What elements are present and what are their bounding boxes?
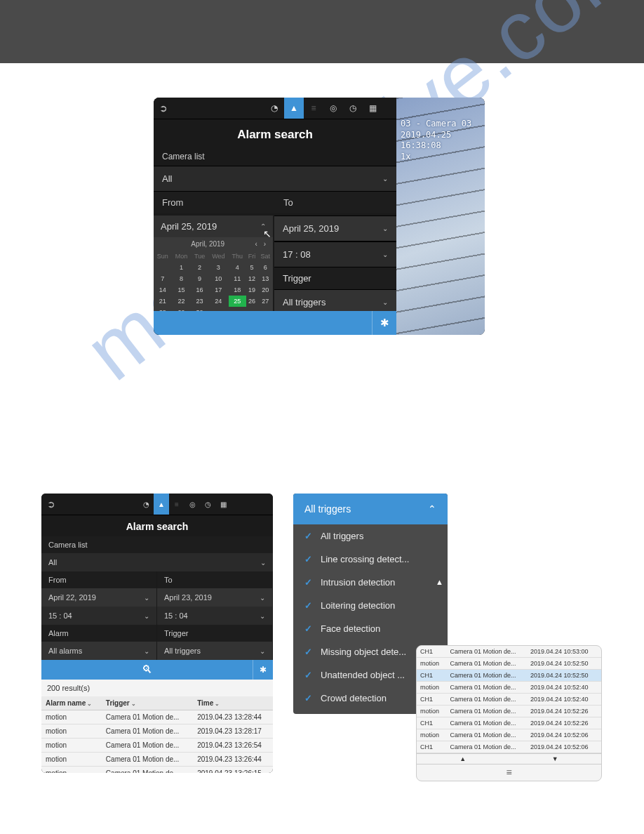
page-prev-icon[interactable]: ▲ (459, 755, 466, 762)
users-icon[interactable]: ≡ (304, 98, 323, 119)
table-cell: 2019.04.24 10:52:26 (527, 706, 601, 717)
calendar-day[interactable]: 23 (191, 296, 208, 307)
calendar-day[interactable]: 7 (154, 273, 172, 284)
camera-list-dropdown[interactable]: All ⌄ (154, 166, 396, 192)
search-button[interactable]: 🔍︎ (41, 660, 253, 680)
feed-time: 16:38:08 (401, 140, 471, 152)
bell-icon[interactable]: ▲ (284, 98, 304, 119)
table-row[interactable]: motionCamera 01 Motion de...2019.04.23 1… (41, 710, 273, 724)
from-label: From (41, 571, 157, 588)
calendar-day[interactable]: 21 (154, 296, 172, 307)
table-row[interactable]: CH1Camera 01 Motion de...2019.04.24 10:5… (417, 694, 601, 706)
settings-button[interactable]: ✱ (253, 660, 273, 680)
calendar-day[interactable]: 5 (246, 262, 258, 273)
table-row[interactable]: motionCamera 01 Motion de...2019.04.23 1… (41, 724, 273, 739)
users-icon[interactable]: ≡ (169, 494, 185, 515)
trigger-option[interactable]: ✓Line crossing detect... (293, 548, 448, 571)
to-date-dropdown[interactable]: April 25, 2019 ⌄ (274, 216, 396, 241)
from-time-dropdown[interactable]: 15 : 04⌄ (41, 607, 157, 625)
col-trigger[interactable]: Trigger⌄ (102, 696, 193, 710)
trigger-dropdown[interactable]: All triggers⌄ (157, 642, 273, 660)
calendar-day[interactable]: 20 (257, 284, 273, 296)
calendar-day[interactable] (154, 262, 172, 273)
search-target-icon[interactable]: ◎ (185, 494, 200, 515)
camera-list-label: Camera list (41, 536, 273, 553)
scroll-up-icon[interactable]: ▲ (436, 578, 443, 586)
calendar-day[interactable]: 3 (208, 262, 229, 273)
to-time-dropdown[interactable]: 17 : 08 ⌄ (274, 241, 396, 267)
calendar-day[interactable]: 22 (172, 296, 192, 307)
table-row[interactable]: CH1Camera 01 Motion de...2019.04.24 10:5… (417, 717, 601, 729)
calendar-day[interactable]: 12 (246, 273, 258, 284)
to-time-dropdown[interactable]: 15 : 04⌄ (157, 607, 273, 625)
table-row[interactable]: motionCamera 01 Motion de...2019.04.23 1… (41, 753, 273, 767)
calendar-day[interactable]: 10 (208, 273, 229, 284)
table-row[interactable]: motionCamera 01 Motion de...2019.04.24 1… (417, 658, 601, 670)
grid-icon[interactable]: ▦ (215, 494, 231, 515)
table-cell: 2019.04.24 10:52:50 (527, 658, 601, 670)
settings-button[interactable]: ✱ (372, 311, 396, 335)
calendar-day[interactable]: 4 (229, 262, 246, 273)
clock-icon[interactable]: ◔ (264, 98, 284, 119)
calendar-day[interactable]: 18 (229, 284, 246, 296)
calendar-day[interactable]: 15 (172, 284, 192, 296)
calendar-grid[interactable]: Sun Mon Tue Wed Thu Fri Sat 123456789101… (154, 251, 273, 318)
table-row[interactable]: motionCamera 01 Motion de...2019.04.24 1… (417, 729, 601, 741)
table-cell: motion (41, 753, 102, 767)
clock-icon[interactable]: ◔ (138, 494, 154, 515)
calendar-day[interactable]: 8 (172, 273, 192, 284)
calendar-day[interactable]: 27 (257, 296, 273, 307)
cal-hdr: Mon (172, 251, 192, 262)
prev-month-icon[interactable]: ‹ (255, 240, 257, 248)
calendar-day[interactable]: 2 (191, 262, 208, 273)
triggers-header-dropdown[interactable]: All triggers ⌃ (293, 494, 448, 524)
calendar-day[interactable]: 13 (257, 273, 273, 284)
page-next-icon[interactable]: ▼ (552, 755, 558, 762)
search-button[interactable] (154, 311, 372, 335)
table-row[interactable]: motionCamera 01 Motion de...2019.04.24 1… (417, 682, 601, 694)
from-date-dropdown[interactable]: April 22, 2019⌄ (41, 588, 157, 607)
col-time[interactable]: Time⌄ (193, 696, 273, 710)
search-target-icon[interactable]: ◎ (323, 98, 343, 119)
alarm-label: Alarm (41, 625, 157, 642)
table-row[interactable]: motionCamera 01 Motion de...2019.04.23 1… (41, 767, 273, 774)
trigger-option[interactable]: ✓Face detection (293, 617, 448, 640)
trigger-option[interactable]: ✓Intrusion detection (293, 571, 448, 594)
table-row[interactable]: motionCamera 01 Motion de...2019.04.23 1… (41, 739, 273, 753)
triggers-header-label: All triggers (304, 503, 351, 515)
calendar-day[interactable]: 19 (246, 284, 258, 296)
calendar-day[interactable]: 26 (246, 296, 258, 307)
calendar-day[interactable]: 14 (154, 284, 172, 296)
table-row[interactable]: motionCamera 01 Motion de...2019.04.24 1… (417, 706, 601, 717)
calendar-day[interactable]: 24 (208, 296, 229, 307)
table-row[interactable]: CH1Camera 01 Motion de...2019.04.24 10:5… (417, 741, 601, 753)
bell-icon[interactable]: ▲ (154, 494, 169, 515)
table-row[interactable]: CH1Camera 01 Motion de...2019.04.24 10:5… (417, 646, 601, 658)
col-alarm-name[interactable]: Alarm name⌄ (41, 696, 102, 710)
top-nav: ➲ ◔ ▲ ≡ ◎ ◷ ▦ (154, 98, 396, 119)
table-cell: motion (417, 706, 446, 717)
hamburger-icon[interactable]: ≡ (417, 764, 601, 780)
trigger-option[interactable]: ✓All triggers (293, 524, 448, 548)
date-picker-popup[interactable]: April 25, 2019 ⌃ April, 2019 ‹ › Sun Mon (154, 216, 273, 318)
camera-list-dropdown[interactable]: All⌄ (41, 553, 273, 571)
globe-icon[interactable]: ◷ (200, 494, 215, 515)
calendar-day[interactable]: 1 (172, 262, 192, 273)
calendar-day[interactable]: 6 (257, 262, 273, 273)
table-cell: 2019.04.23 13:26:15 (193, 767, 273, 774)
grid-icon[interactable]: ▦ (363, 98, 382, 119)
calendar-day[interactable]: 11 (229, 273, 246, 284)
calendar-day[interactable]: 16 (191, 284, 208, 296)
calendar-day[interactable]: 25 (229, 296, 246, 307)
globe-icon[interactable]: ◷ (343, 98, 363, 119)
check-icon: ✓ (304, 554, 312, 564)
feed-speed: 1x (401, 152, 471, 163)
calendar-day[interactable]: 9 (191, 273, 208, 284)
trigger-option[interactable]: ✓Loitering detection (293, 594, 448, 617)
calendar-day[interactable]: 17 (208, 284, 229, 296)
to-date-dropdown[interactable]: April 23, 2019⌄ (157, 588, 273, 607)
next-month-icon[interactable]: › (264, 240, 266, 248)
table-row[interactable]: CH1Camera 01 Motion de...2019.04.24 10:5… (417, 670, 601, 682)
alarm-dropdown[interactable]: All alarms⌄ (41, 642, 157, 660)
screenshot-alarm-search-results: ➲ ◔ ▲ ≡ ◎ ◷ ▦ Alarm search Camera list A… (41, 494, 273, 773)
